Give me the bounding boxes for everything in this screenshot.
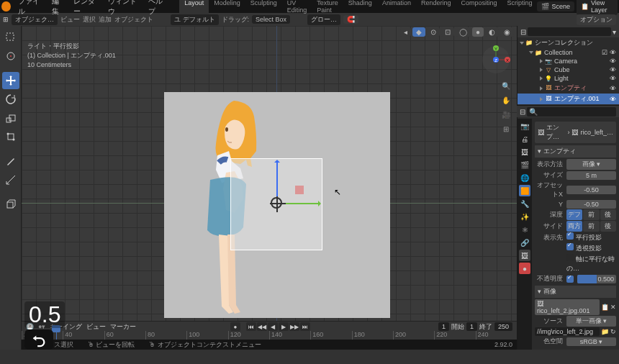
vp-select-visible[interactable]: ◂: [400, 27, 411, 37]
tool-transform[interactable]: [2, 128, 19, 145]
tl-prev-key[interactable]: ◀◀: [257, 322, 267, 331]
vp-zoom-icon[interactable]: 🔍: [500, 79, 512, 92]
tab-compositing[interactable]: Compositing: [456, 0, 502, 15]
vp-xray[interactable]: ⊡: [441, 27, 454, 37]
menu-add[interactable]: 追加: [99, 15, 112, 24]
tl-menu-view[interactable]: ビュー: [86, 322, 106, 332]
tool-scale[interactable]: [2, 109, 19, 127]
chk-axis[interactable]: [566, 254, 574, 261]
props-type-icon[interactable]: ⊟: [520, 108, 525, 116]
drag-tool[interactable]: Select Box: [252, 15, 290, 24]
transform-orient[interactable]: グロー…: [307, 14, 340, 25]
tree-empty2[interactable]: 🖼エンプティ.001👁: [518, 94, 619, 104]
tool-select[interactable]: [2, 29, 19, 46]
menu-object[interactable]: オブジェクト: [114, 15, 153, 24]
tl-end-frame[interactable]: 250: [494, 322, 512, 331]
ptab-data[interactable]: 🖼: [519, 250, 530, 261]
image-new-icon[interactable]: 📋: [601, 304, 609, 311]
tab-sculpting[interactable]: Sculpting: [245, 0, 282, 15]
ptab-physics[interactable]: ⚛: [519, 224, 530, 235]
tab-scripting[interactable]: Scripting: [502, 0, 537, 15]
vp-shading-wire[interactable]: ◯: [456, 27, 471, 37]
offsety-field[interactable]: -0.50: [566, 200, 616, 209]
viewport-3d[interactable]: ライト・平行投影 (1) Collection | エンプティ.001 10 C…: [22, 26, 517, 350]
video-back-button[interactable]: [24, 329, 53, 350]
ptab-particles[interactable]: ✨: [519, 211, 530, 222]
props-breadcrumb[interactable]: 🖼エンプ…›🖼rico_left_…: [535, 122, 616, 143]
ptab-object[interactable]: 🟧: [519, 185, 530, 196]
orientation-select[interactable]: ユ デフォルト: [171, 14, 219, 25]
tl-playhead[interactable]: [56, 331, 57, 340]
options-popover[interactable]: オプション: [577, 14, 616, 25]
ptab-modifier[interactable]: 🔧: [519, 198, 530, 209]
tab-rendering[interactable]: Rendering: [416, 0, 456, 15]
side-front[interactable]: 前: [583, 221, 599, 232]
tree-camera[interactable]: 📷Camera👁: [518, 57, 619, 65]
vp-persp-icon[interactable]: ⊞: [500, 122, 512, 135]
tree-collection[interactable]: 📁Collection☑👁: [518, 48, 619, 57]
outliner-search[interactable]: [528, 27, 611, 36]
tl-start-frame[interactable]: 1: [466, 322, 477, 331]
vp-gizmo-toggle[interactable]: ◆: [412, 27, 425, 37]
ptab-viewlayer[interactable]: 🖼: [519, 146, 530, 158]
ptab-world[interactable]: 🌐: [519, 172, 530, 183]
opacity-slider[interactable]: 0.500: [577, 275, 616, 283]
vp-pan-icon[interactable]: ✋: [500, 94, 512, 106]
tab-modeling[interactable]: Modeling: [209, 0, 245, 15]
tool-measure[interactable]: [2, 171, 19, 188]
tab-layout[interactable]: Layout: [179, 0, 209, 15]
colorspace-select[interactable]: sRGB ▾: [566, 337, 616, 346]
chk-opacity[interactable]: [566, 276, 574, 283]
ptab-render[interactable]: 📷: [519, 120, 530, 132]
tab-uvediting[interactable]: UV Editing: [282, 0, 312, 15]
tl-play-rev[interactable]: ◀: [268, 322, 278, 331]
vp-overlay-toggle[interactable]: ⊙: [427, 27, 440, 37]
file-reload-icon[interactable]: ↻: [610, 328, 616, 335]
tl-menu-marker[interactable]: マーカー: [110, 322, 136, 332]
ptab-output[interactable]: 🖨: [519, 133, 530, 145]
source-select[interactable]: 単一画像 ▾: [566, 316, 616, 327]
vp-shading-rendered[interactable]: ◉: [500, 27, 514, 37]
menu-select[interactable]: 選択: [83, 15, 96, 24]
side-both[interactable]: 両方: [566, 221, 582, 232]
side-back[interactable]: 後: [600, 221, 616, 232]
tool-annotate[interactable]: [2, 153, 19, 170]
outliner-filter-icon[interactable]: ▾: [613, 28, 616, 36]
tree-scene-collection[interactable]: 📁シーンコレクション: [518, 37, 619, 48]
size-field[interactable]: 5 m: [566, 171, 616, 180]
outliner-type-icon[interactable]: ⊟: [520, 28, 526, 36]
tab-animation[interactable]: Animation: [377, 0, 416, 15]
tool-addcube[interactable]: [2, 196, 19, 213]
mode-selector[interactable]: オブジェク…: [12, 14, 58, 25]
vp-camera-icon[interactable]: 🎥: [500, 108, 512, 121]
tl-jump-end[interactable]: ⏭: [300, 322, 310, 331]
ptab-scene[interactable]: 🎬: [519, 159, 530, 170]
depth-back[interactable]: 後: [600, 209, 616, 220]
chk-persp[interactable]: [566, 243, 574, 250]
ptab-constraint[interactable]: 🔗: [519, 237, 530, 248]
tl-current-frame[interactable]: 1: [438, 322, 449, 331]
filepath-field[interactable]: //img\rico_left_2.jpg: [535, 327, 600, 336]
tree-cube[interactable]: ▽Cube👁: [518, 65, 619, 74]
offsetx-field[interactable]: -0.50: [566, 186, 616, 194]
snap-toggle[interactable]: 🧲: [343, 15, 358, 24]
gizmo-xy-plane[interactable]: [295, 186, 304, 194]
tree-light[interactable]: 💡Light👁: [518, 74, 619, 83]
tl-ruler[interactable]: 2040 6080 100120 140160 180200 220240: [22, 331, 517, 340]
vp-shading-solid[interactable]: ●: [472, 27, 484, 37]
section-empty[interactable]: ▾ エンプティ: [535, 145, 616, 158]
viewlayer-selector[interactable]: 📋View Layer: [577, 0, 618, 15]
vp-shading-material[interactable]: ◐: [485, 27, 499, 37]
tl-play[interactable]: ▶: [279, 322, 289, 331]
menu-view[interactable]: ビュー: [60, 15, 80, 24]
section-image[interactable]: ▾ 画像: [535, 286, 616, 298]
tl-jump-start[interactable]: ⏮: [246, 322, 256, 331]
tab-shading[interactable]: Shading: [343, 0, 377, 15]
display-mode[interactable]: 画像 ▾: [566, 159, 616, 170]
props-search[interactable]: 🔍: [527, 107, 616, 117]
gizmo-center[interactable]: [271, 197, 282, 209]
tree-empty1[interactable]: 🖼エンプティ👁: [518, 83, 619, 94]
tool-move[interactable]: [2, 72, 19, 89]
tl-autokey[interactable]: ●: [230, 322, 240, 331]
image-datablock[interactable]: 🖼 rico_left_2.jpg.001: [535, 299, 600, 315]
